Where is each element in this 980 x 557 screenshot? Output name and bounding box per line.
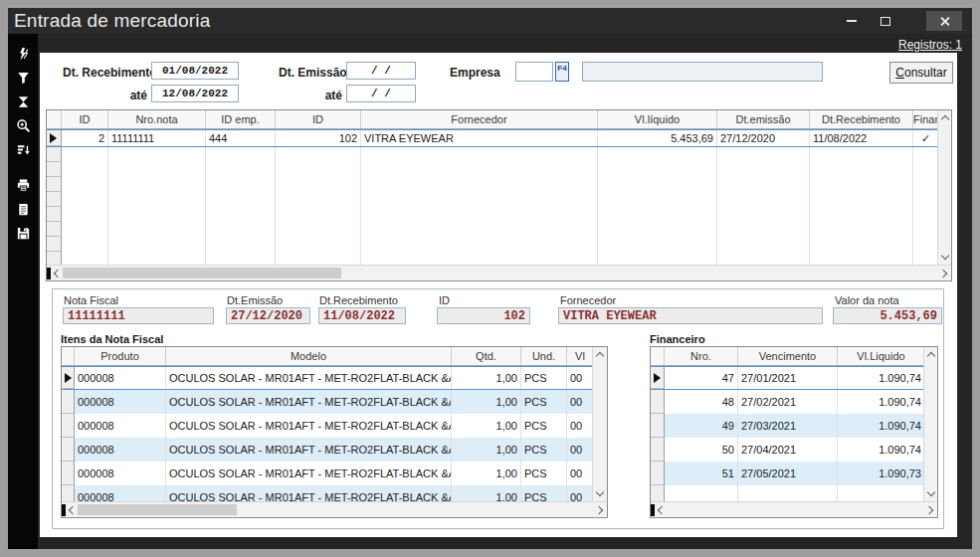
row-selector[interactable]: [47, 252, 62, 265]
close-button[interactable]: [926, 11, 962, 31]
empresa-lookup-button[interactable]: F4: [555, 62, 569, 82]
cell: [62, 147, 108, 162]
column-header[interactable]: Vencimento: [738, 347, 838, 365]
consultar-button[interactable]: Consultar: [889, 62, 953, 84]
scroll-up-icon[interactable]: [927, 352, 935, 360]
row-selector[interactable]: [62, 390, 75, 414]
minimize-button[interactable]: [837, 11, 867, 31]
row-selector[interactable]: [651, 462, 665, 485]
column-header[interactable]: Finan: [913, 110, 939, 128]
row-selector[interactable]: [651, 367, 665, 389]
row-selector[interactable]: [62, 367, 75, 389]
column-header[interactable]: ID: [62, 110, 108, 128]
row-selector[interactable]: [62, 462, 75, 485]
table-row[interactable]: 4727/01/20211.090,74: [651, 366, 925, 390]
scroll-left-icon[interactable]: [658, 506, 666, 514]
column-header[interactable]: Fornecedor: [361, 110, 598, 128]
scroll-up-icon[interactable]: [941, 115, 949, 123]
scroll-down-icon[interactable]: [941, 252, 949, 260]
vertical-scrollbar[interactable]: [592, 347, 607, 501]
column-header[interactable]: Dt.emissão: [717, 110, 810, 128]
empresa-codigo-field[interactable]: [515, 62, 553, 82]
cell: 47: [665, 367, 738, 389]
table-row[interactable]: 000008OCULOS SOLAR - MR01AFT - MET-RO2FL…: [62, 414, 594, 438]
refresh-button[interactable]: [8, 42, 38, 66]
table-row[interactable]: 5027/04/20211.090,74: [651, 438, 925, 462]
scroll-up-icon[interactable]: [596, 352, 604, 360]
scroll-left-icon[interactable]: [54, 270, 62, 278]
row-selector[interactable]: [62, 414, 75, 438]
row-selector[interactable]: [47, 192, 62, 207]
column-header[interactable]: ID: [276, 110, 361, 128]
row-selector[interactable]: [47, 207, 62, 222]
column-header[interactable]: Dt.Recebimento: [810, 110, 913, 128]
row-selector[interactable]: [47, 147, 62, 162]
maximize-button[interactable]: [871, 11, 900, 31]
column-header[interactable]: Vl.líquido: [598, 110, 717, 128]
table-row[interactable]: 5127/05/20211.090,73: [651, 462, 925, 485]
row-selector[interactable]: [47, 237, 62, 252]
table-row[interactable]: 000008OCULOS SOLAR - MR01AFT - MET-RO2FL…: [62, 390, 594, 414]
row-selector[interactable]: [62, 438, 75, 462]
scroll-down-icon[interactable]: [927, 488, 935, 496]
table-row[interactable]: 4927/03/20211.090,74: [651, 414, 925, 438]
column-header[interactable]: Qtd.: [452, 347, 521, 365]
horizontal-scrollbar[interactable]: [651, 501, 937, 517]
scrollbar-thumb[interactable]: [63, 268, 341, 278]
dt-emissao-de-field[interactable]: / /: [346, 62, 416, 80]
vertical-scrollbar[interactable]: [937, 110, 951, 265]
table-row[interactable]: 000008OCULOS SOLAR - MR01AFT - MET-RO2FL…: [62, 366, 594, 390]
cell: OCULOS SOLAR - MR01AFT - MET-RO2FLAT-BLA…: [166, 438, 452, 462]
cell: [810, 237, 913, 252]
row-selector[interactable]: [651, 438, 665, 462]
scroll-down-icon[interactable]: [596, 488, 604, 496]
horizontal-scrollbar[interactable]: [62, 501, 607, 517]
column-header[interactable]: Modelo: [166, 347, 452, 365]
registros-link[interactable]: Registros: 1: [898, 38, 962, 52]
dt-emissao-ate-field[interactable]: / /: [346, 85, 416, 102]
column-header[interactable]: Nro.: [665, 347, 738, 365]
dt-recebimento-de-field[interactable]: 01/08/2022: [151, 62, 239, 80]
column-header[interactable]: Produto: [75, 347, 166, 365]
table-row[interactable]: 4827/02/20211.090,74: [651, 390, 925, 414]
column-header[interactable]: ID emp.: [206, 110, 276, 128]
row-selector[interactable]: [47, 130, 62, 146]
row-selector[interactable]: [47, 162, 62, 177]
cell: [206, 252, 276, 265]
app-window: Entrada de mercadoria Registros: 1 Dt. R…: [8, 8, 972, 549]
row-selector[interactable]: [47, 222, 62, 237]
print-button[interactable]: [8, 173, 38, 197]
cell: [361, 162, 598, 177]
scroll-right-icon[interactable]: [939, 270, 947, 278]
row-selector[interactable]: [62, 485, 75, 501]
cell: [810, 162, 913, 177]
column-header[interactable]: Und.: [521, 347, 567, 365]
scrollbar-thumb[interactable]: [78, 504, 237, 515]
refresh-icon: [16, 47, 31, 62]
vertical-scrollbar[interactable]: [923, 347, 937, 501]
dt-recebimento-ate-field[interactable]: 12/08/2022: [151, 85, 239, 102]
save-button[interactable]: [8, 221, 38, 245]
clear-filter-button[interactable]: [8, 90, 38, 113]
zoom-button[interactable]: [8, 113, 38, 137]
scroll-left-icon[interactable]: [69, 506, 77, 514]
scroll-right-icon[interactable]: [925, 506, 933, 514]
table-row[interactable]: 211111111444102VITRA EYEWEAR5.453,6927/1…: [47, 129, 939, 147]
table-row[interactable]: 000008OCULOS SOLAR - MR01AFT - MET-RO2FL…: [62, 438, 594, 462]
report-button[interactable]: [8, 197, 38, 221]
row-selector[interactable]: [651, 390, 665, 414]
row-selector[interactable]: [651, 485, 665, 501]
column-header[interactable]: Vl.Liquido: [838, 347, 925, 365]
table-row[interactable]: 000008OCULOS SOLAR - MR01AFT - MET-RO2FL…: [62, 462, 594, 485]
column-header[interactable]: Vl: [567, 347, 594, 365]
cell: [361, 222, 598, 237]
column-header[interactable]: Nro.nota: [108, 110, 206, 128]
row-selector[interactable]: [651, 414, 665, 438]
filter-button[interactable]: [8, 66, 38, 90]
scroll-right-icon[interactable]: [595, 506, 603, 514]
table-row[interactable]: 000008OCULOS SOLAR - MR01AFT - MET-RO2FL…: [62, 485, 594, 501]
horizontal-scrollbar[interactable]: [47, 265, 951, 280]
sort-icon: [16, 142, 31, 157]
sort-button[interactable]: [8, 137, 38, 161]
row-selector[interactable]: [47, 177, 62, 192]
